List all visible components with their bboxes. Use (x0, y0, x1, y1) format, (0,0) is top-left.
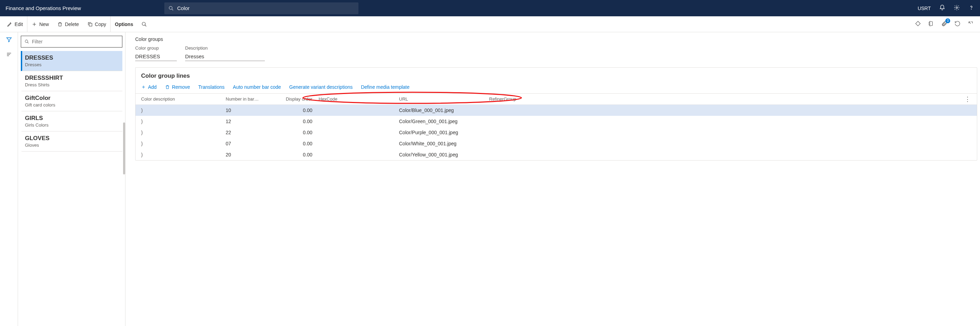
col-display-order[interactable]: Display order (274, 96, 316, 102)
cell-url[interactable]: Color/Blue_000_001.jpeg (399, 108, 489, 113)
table-row[interactable]: 070.00Color/White_000_001.jpeg (135, 138, 977, 149)
generate-variant-button[interactable]: Generate variant descriptions (289, 84, 353, 90)
col-hexcode[interactable]: HexCode (316, 96, 399, 102)
copy-button[interactable]: Copy (83, 16, 111, 32)
top-nav: Finance and Operations Preview USRT (0, 0, 980, 16)
popout-icon[interactable] (967, 21, 974, 28)
svg-line-13 (27, 42, 29, 43)
define-media-button[interactable]: Define media template (361, 84, 409, 90)
col-refinergroup[interactable]: RefinerGroup (489, 96, 541, 102)
trash-icon (57, 22, 63, 27)
delete-label: Delete (65, 22, 79, 27)
cell-display-order[interactable]: 0.00 (274, 130, 316, 135)
help-icon[interactable] (968, 5, 974, 12)
trash-icon (165, 84, 170, 89)
cell-color-description[interactable] (139, 141, 226, 146)
svg-line-1 (172, 9, 173, 10)
list-item-secondary: Gift card colors (25, 102, 120, 108)
list-item[interactable]: DRESSSHIRTDress Shirts (21, 71, 123, 91)
table-row[interactable]: 200.00Color/Yellow_000_001.jpeg (135, 149, 977, 160)
edit-label: Edit (14, 22, 23, 27)
description-field: Description Dresses (185, 45, 265, 61)
user-label[interactable]: USRT (918, 6, 931, 11)
col-number-in-barcode[interactable]: Number in bar… (226, 96, 274, 102)
svg-point-12 (25, 40, 28, 43)
cell-number[interactable]: 10 (226, 108, 274, 113)
cell-color-description[interactable] (139, 108, 226, 113)
cell-number[interactable]: 20 (226, 152, 274, 157)
table-row[interactable]: 100.00Color/Blue_000_001.jpeg (135, 105, 977, 116)
new-button[interactable]: New (27, 16, 53, 32)
svg-line-8 (145, 25, 146, 26)
cell-number[interactable]: 22 (226, 130, 274, 135)
cell-url[interactable]: Color/Green_000_001.jpeg (399, 119, 489, 124)
cell-color-description[interactable] (139, 130, 226, 135)
page-heading: Color groups (135, 37, 980, 42)
cell-number[interactable]: 12 (226, 119, 274, 124)
color-group-field: Color group DRESSES (135, 45, 177, 61)
gear-icon[interactable] (954, 5, 960, 12)
add-line-button[interactable]: Add (141, 84, 157, 90)
list-item[interactable]: GiftColorGift card colors (21, 91, 123, 111)
svg-point-3 (971, 9, 972, 10)
svg-point-2 (956, 7, 958, 9)
search-action-button[interactable] (137, 16, 151, 32)
plus-icon (32, 22, 37, 27)
auto-number-button[interactable]: Auto number bar code (233, 84, 281, 90)
list-filter[interactable] (21, 36, 123, 48)
description-value[interactable]: Dresses (185, 52, 265, 61)
options-button[interactable]: Options (110, 16, 137, 32)
cell-color-description[interactable] (139, 119, 226, 124)
new-label: New (39, 22, 49, 27)
color-group-label: Color group (135, 45, 177, 51)
grid-more-icon[interactable]: ⋮ (962, 97, 974, 101)
cell-display-order[interactable]: 0.00 (274, 141, 316, 146)
global-search-input[interactable] (177, 5, 354, 11)
col-color-description[interactable]: Color description (139, 96, 226, 102)
notification-icon[interactable] (939, 5, 945, 12)
options-label: Options (115, 22, 133, 27)
list-item-secondary: Gloves (25, 143, 120, 148)
grid-toolbar: Add Remove Translations Auto number bar … (135, 84, 977, 93)
cell-url[interactable]: Color/Purple_000_001.jpeg (399, 130, 489, 135)
color-group-lines-card: Color group lines Add Remove Translation… (135, 67, 977, 161)
list-item-secondary: Girls Colors (25, 122, 120, 128)
cell-display-order[interactable]: 0.00 (274, 152, 316, 157)
list-item-primary: GLOVES (25, 135, 120, 142)
related-info-icon[interactable] (6, 51, 12, 59)
attachments-button[interactable]: 0 (941, 21, 947, 28)
cell-number[interactable]: 07 (226, 141, 274, 146)
add-line-label: Add (148, 84, 157, 90)
cell-color-description[interactable] (139, 152, 226, 157)
list-item-secondary: Dresses (25, 62, 120, 67)
list-item[interactable]: DRESSESDresses (21, 51, 123, 71)
svg-point-0 (169, 6, 172, 10)
remove-line-button[interactable]: Remove (165, 84, 190, 90)
detail-pane: Color groups Color group DRESSES Descrip… (126, 32, 980, 326)
diamond-icon[interactable] (915, 21, 921, 28)
search-icon (169, 6, 174, 11)
cell-url[interactable]: Color/White_000_001.jpeg (399, 141, 489, 146)
list-item-secondary: Dress Shirts (25, 82, 120, 87)
edit-button[interactable]: Edit (3, 16, 27, 32)
office-icon[interactable] (928, 21, 934, 28)
list-item[interactable]: GLOVESGloves (21, 132, 123, 151)
delete-button[interactable]: Delete (53, 16, 83, 32)
list-scrollbar[interactable] (123, 122, 125, 175)
cell-url[interactable]: Color/Yellow_000_001.jpeg (399, 152, 489, 157)
search-icon (25, 39, 29, 44)
cell-display-order[interactable]: 0.00 (274, 119, 316, 124)
table-row[interactable]: 120.00Color/Green_000_001.jpeg (135, 116, 977, 127)
list-filter-input[interactable] (32, 39, 119, 45)
filter-funnel-icon[interactable] (6, 37, 12, 44)
translations-button[interactable]: Translations (198, 84, 224, 90)
left-rail (0, 32, 18, 326)
table-row[interactable]: 220.00Color/Purple_000_001.jpeg (135, 127, 977, 138)
list-item[interactable]: GIRLSGirls Colors (21, 111, 123, 132)
remove-line-label: Remove (172, 84, 190, 90)
global-search[interactable] (164, 2, 358, 14)
refresh-icon[interactable] (955, 21, 961, 28)
color-group-value[interactable]: DRESSES (135, 52, 177, 61)
col-url[interactable]: URL (399, 96, 489, 102)
cell-display-order[interactable]: 0.00 (274, 108, 316, 113)
